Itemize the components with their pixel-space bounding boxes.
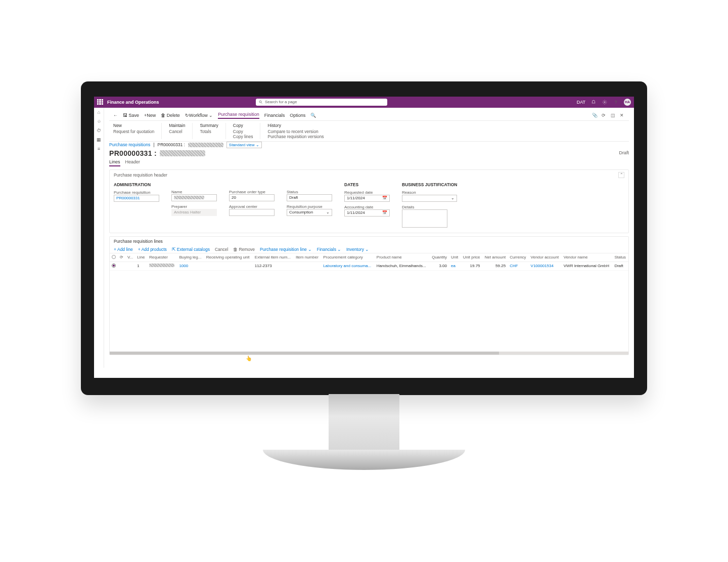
monitor-frame: Finance and Operations Search for a page… bbox=[81, 81, 647, 481]
potype-field[interactable]: 20 bbox=[229, 194, 275, 201]
col-unit[interactable]: Unit bbox=[449, 253, 461, 262]
external-catalogs-button[interactable]: ⇱ External catalogs bbox=[172, 247, 210, 252]
col-requester[interactable]: Requester bbox=[147, 253, 177, 262]
header-section: Purchase requisition header⌃ ADMINISTRAT… bbox=[109, 169, 629, 233]
bizjust-heading: BUSINESS JUSTIFICATION bbox=[402, 182, 457, 187]
user-avatar[interactable]: HA bbox=[624, 99, 631, 106]
copy-button[interactable]: Copy bbox=[233, 129, 253, 134]
grid-row[interactable]: 1 1000 112-2373 Laboratory and consuma..… bbox=[110, 262, 628, 270]
header-section-title: Purchase requisition header bbox=[114, 172, 167, 178]
reason-field[interactable]: ⌄ bbox=[402, 195, 457, 202]
tab-lines[interactable]: Lines bbox=[109, 159, 120, 166]
tab-purchase-requisition[interactable]: Purchase requisition bbox=[218, 112, 259, 119]
col-status[interactable]: Status bbox=[612, 253, 628, 262]
status-label: Status bbox=[287, 190, 332, 194]
view-selector[interactable]: Standard view ⌄ bbox=[226, 142, 262, 148]
approval-field[interactable] bbox=[229, 209, 275, 216]
workflow-menu[interactable]: ↻Workflow ⌄ bbox=[185, 113, 213, 118]
recent-icon[interactable]: ⏱ bbox=[97, 128, 102, 133]
company-code[interactable]: DAT bbox=[577, 100, 585, 105]
popup-icon[interactable]: ◫ bbox=[610, 112, 616, 118]
financials-menu[interactable]: Financials ⌄ bbox=[317, 247, 341, 252]
modules-icon[interactable]: ▦ bbox=[97, 137, 102, 142]
cell-requester[interactable] bbox=[147, 262, 177, 270]
breadcrumb-root[interactable]: Purchase requisitions bbox=[109, 142, 150, 147]
cell-vacc[interactable]: V100001534 bbox=[529, 262, 562, 270]
pr-id-field[interactable]: PR00000331 bbox=[114, 195, 159, 202]
cell-proc[interactable]: Laboratory and consuma... bbox=[321, 262, 375, 270]
save-button[interactable]: 🖫 Save bbox=[123, 113, 139, 118]
purpose-field[interactable]: Consumption⌄ bbox=[287, 209, 332, 216]
monitor-stand-neck bbox=[329, 394, 399, 450]
purpose-label: Requisition purpose bbox=[287, 204, 332, 209]
attach-icon[interactable]: 📎 bbox=[592, 112, 598, 118]
search-command-icon[interactable]: 🔍 bbox=[310, 113, 316, 118]
home-icon[interactable]: ⌂ bbox=[97, 110, 102, 115]
new-button[interactable]: +New bbox=[144, 113, 156, 118]
reason-label: Reason bbox=[402, 190, 457, 195]
close-icon[interactable]: ✕ bbox=[619, 112, 625, 118]
tab-header[interactable]: Header bbox=[125, 159, 141, 166]
col-vacc[interactable]: Vendor account bbox=[529, 253, 562, 262]
reqdate-field[interactable]: 1/11/2024📅 bbox=[344, 195, 390, 202]
header-form: ADMINISTRATION Purchase requisitionPR000… bbox=[110, 180, 628, 233]
cancel-line-button[interactable]: Cancel bbox=[215, 247, 228, 252]
name-field[interactable] bbox=[171, 194, 217, 201]
search-icon bbox=[259, 100, 263, 104]
remove-line-button[interactable]: 🗑 Remove bbox=[233, 247, 255, 252]
col-line[interactable]: Line bbox=[135, 253, 147, 262]
inventory-menu[interactable]: Inventory ⌄ bbox=[346, 247, 369, 252]
cell-unit[interactable]: ea bbox=[449, 262, 461, 270]
settings-icon[interactable] bbox=[602, 99, 608, 105]
col-extitem[interactable]: External item num... bbox=[253, 253, 294, 262]
back-button[interactable]: ← bbox=[113, 113, 118, 118]
add-line-button[interactable]: + Add line bbox=[114, 247, 133, 252]
record-status: Draft bbox=[619, 150, 629, 155]
accdate-field[interactable]: 1/11/2024📅 bbox=[344, 209, 390, 217]
favorites-icon[interactable]: ☆ bbox=[97, 119, 102, 124]
lines-grid: ⟳V... Line Requester Buying leg... Recei… bbox=[110, 253, 628, 271]
refresh-icon[interactable]: ⟳ bbox=[601, 112, 607, 118]
global-search[interactable]: Search for a page bbox=[256, 99, 387, 106]
col-curr[interactable]: Currency bbox=[508, 253, 528, 262]
cancel-button[interactable]: Cancel bbox=[169, 129, 185, 134]
collapse-header-icon[interactable]: ⌃ bbox=[618, 172, 624, 178]
delete-button[interactable]: 🗑 Delete bbox=[161, 113, 180, 118]
action-ribbon: NewRequest for quotation MaintainCancel … bbox=[109, 121, 629, 142]
cell-buying[interactable]: 1000 bbox=[177, 262, 204, 270]
row-selected-radio[interactable] bbox=[112, 264, 116, 268]
pr-line-menu[interactable]: Purchase requisition line ⌄ bbox=[260, 247, 312, 252]
tab-options[interactable]: Options bbox=[290, 113, 305, 118]
add-products-button[interactable]: + Add products bbox=[138, 247, 167, 252]
cell-status: Draft bbox=[612, 262, 628, 270]
request-for-quotation-button[interactable]: Request for quotation bbox=[113, 129, 154, 134]
col-item[interactable]: Item number bbox=[294, 253, 321, 262]
reqdate-label: Requested date bbox=[344, 190, 390, 195]
select-all-radio[interactable] bbox=[112, 255, 116, 259]
details-field[interactable] bbox=[402, 209, 447, 228]
tab-financials[interactable]: Financials bbox=[264, 113, 285, 118]
copy-lines-button[interactable]: Copy lines bbox=[233, 134, 253, 139]
app-launcher-icon[interactable] bbox=[97, 99, 103, 105]
horizontal-scrollbar[interactable] bbox=[110, 352, 628, 355]
compare-version-button[interactable]: Compare to recent version bbox=[267, 129, 324, 134]
col-net[interactable]: Net amount bbox=[482, 253, 508, 262]
col-prod[interactable]: Product name bbox=[375, 253, 429, 262]
pr-versions-button[interactable]: Purchase requisition versions bbox=[267, 134, 324, 139]
col-recv[interactable]: Receiving operating unit bbox=[204, 253, 253, 262]
col-buying[interactable]: Buying leg... bbox=[177, 253, 204, 262]
col-uprice[interactable]: Unit price bbox=[461, 253, 482, 262]
lines-commands: + Add line + Add products ⇱ External cat… bbox=[110, 246, 628, 253]
col-qty[interactable]: Quantity bbox=[429, 253, 449, 262]
ribbon-group-new: New bbox=[113, 123, 154, 128]
col-vname[interactable]: Vendor name bbox=[562, 253, 613, 262]
workspaces-icon[interactable]: ≡ bbox=[97, 146, 102, 151]
totals-button[interactable]: Totals bbox=[200, 129, 218, 134]
cell-curr[interactable]: CHF bbox=[508, 262, 528, 270]
help-icon[interactable]: ? bbox=[613, 99, 619, 105]
breadcrumb-id: PR00000331 : bbox=[157, 142, 185, 147]
ribbon-group-history: History bbox=[267, 123, 324, 128]
col-proc[interactable]: Procurement category bbox=[321, 253, 375, 262]
search-placeholder: Search for a page bbox=[265, 100, 297, 104]
notifications-icon[interactable] bbox=[590, 99, 597, 105]
